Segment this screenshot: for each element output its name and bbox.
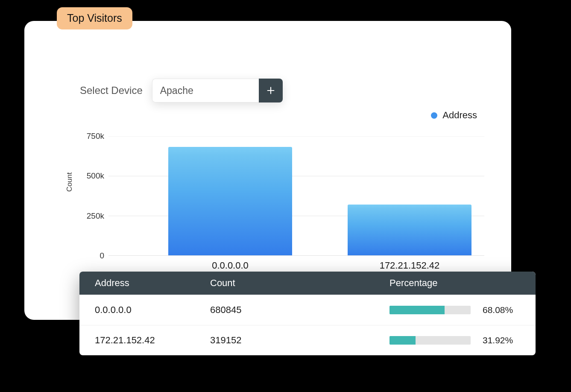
percentage-bar [389,336,471,345]
device-select[interactable]: Apache [152,79,259,102]
device-control-row: Select Device Apache [80,79,283,102]
top-visitors-chart: Count 0 250k 500k 750k 0.0.0.0.0 172.21.… [68,136,499,273]
device-select-wrap: Apache [152,79,283,102]
cell-address: 0.0.0.0.0 [95,304,210,316]
cell-address: 172.21.152.42 [95,335,210,346]
cell-percentage: 68.08% [389,305,520,315]
y-tick: 0 [81,251,104,260]
percentage-bar-fill [389,336,416,345]
x-tick: 172.21.152.42 [380,260,440,271]
visitors-table: Address Count Percentage 0.0.0.0.0 68084… [79,272,536,355]
select-device-label: Select Device [80,85,143,97]
y-tick: 250k [81,211,104,221]
table-header-row: Address Count Percentage [79,272,536,295]
y-tick: 500k [81,171,104,181]
plot-area [108,136,484,256]
col-header-percentage[interactable]: Percentage [389,278,520,289]
cell-count: 680845 [210,304,389,316]
y-tick: 750k [81,132,104,141]
cell-percentage: 31.92% [389,335,520,345]
legend-dot-icon [431,112,437,119]
percentage-bar [389,306,471,314]
percentage-text: 31.92% [483,335,513,345]
legend-label: Address [442,110,477,121]
cell-count: 319152 [210,335,389,346]
y-axis-title: Count [65,173,74,192]
bar-0[interactable] [168,147,292,255]
percentage-text: 68.08% [483,305,513,315]
col-header-address[interactable]: Address [95,278,210,289]
panel-title-badge: Top Visitors [57,7,132,29]
col-header-count[interactable]: Count [210,278,389,289]
table-row: 172.21.152.42 319152 31.92% [79,325,536,355]
chart-legend: Address [431,110,477,121]
x-tick: 0.0.0.0.0 [212,260,249,271]
add-device-button[interactable] [259,79,283,102]
percentage-bar-fill [389,306,445,314]
table-row: 0.0.0.0.0 680845 68.08% [79,295,536,325]
bar-1[interactable] [348,205,471,255]
plus-icon [266,86,275,95]
